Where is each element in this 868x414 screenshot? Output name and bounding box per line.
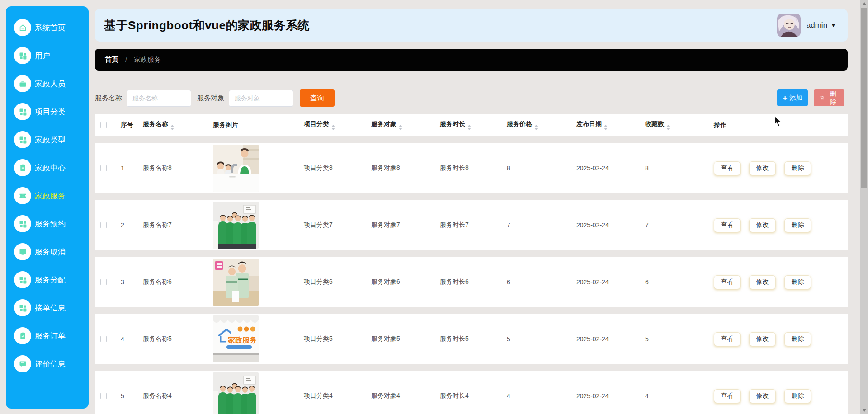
row-index: 1 xyxy=(115,165,137,172)
column-header-date[interactable]: 发布日期 xyxy=(571,120,640,130)
edit-button[interactable]: 修改 xyxy=(749,218,776,232)
row-checkbox[interactable] xyxy=(100,393,107,399)
grid-icon xyxy=(14,271,31,288)
delete-row-button[interactable]: 删除 xyxy=(784,275,811,289)
delete-row-button[interactable]: 删除 xyxy=(784,332,811,346)
caret-down-icon[interactable]: ▼ xyxy=(831,23,836,28)
sidebar: 系统首页 用户 家政人员 项目分类 家政类型 家政中心 家政服务 xyxy=(6,6,89,409)
sort-carets-icon[interactable] xyxy=(666,125,670,130)
sort-carets-icon[interactable] xyxy=(399,125,402,130)
filter-bar: 服务名称 服务对象 查询 xyxy=(95,89,335,107)
service-category: 项目分类8 xyxy=(298,164,366,172)
sidebar-item-service-cancel[interactable]: 服务取消 xyxy=(6,238,89,266)
vertical-scrollbar[interactable] xyxy=(860,0,868,414)
service-duration: 服务时长5 xyxy=(434,335,501,343)
service-target-input[interactable] xyxy=(229,90,293,107)
sidebar-item-service[interactable]: 家政服务 xyxy=(6,182,89,210)
edit-button[interactable]: 修改 xyxy=(749,161,776,175)
service-duration: 服务时长6 xyxy=(434,278,501,286)
sort-carets-icon[interactable] xyxy=(604,125,608,130)
row-checkbox[interactable] xyxy=(100,279,107,285)
sidebar-item-label: 家政中心 xyxy=(35,163,66,173)
service-duration: 服务时长4 xyxy=(434,392,501,400)
sidebar-item-service-assign[interactable]: 服务分配 xyxy=(6,266,89,294)
add-button-label: 添加 xyxy=(789,94,802,102)
header: 基于Springboot和vue的家政服务系统 admin ▼ xyxy=(95,9,848,42)
sidebar-item-order-taking[interactable]: 接单信息 xyxy=(6,294,89,322)
row-checkbox[interactable] xyxy=(100,165,107,171)
select-all-checkbox[interactable] xyxy=(100,122,107,128)
grid-icon xyxy=(14,103,31,120)
sidebar-item-label: 家政类型 xyxy=(35,135,66,145)
sidebar-item-label: 接单信息 xyxy=(35,303,66,313)
column-header-duration[interactable]: 服务时长 xyxy=(434,120,501,130)
scroll-up-arrow-icon[interactable] xyxy=(860,0,868,7)
grid-icon xyxy=(14,131,31,148)
delete-row-button[interactable]: 删除 xyxy=(784,161,811,175)
kitchen-cleaning-photo xyxy=(213,145,259,192)
view-button[interactable]: 查看 xyxy=(714,161,741,175)
grid-icon xyxy=(14,299,31,316)
publish-date: 2025-02-24 xyxy=(571,221,640,229)
message-icon xyxy=(14,355,31,372)
delete-button[interactable]: 删除 xyxy=(814,89,844,106)
delete-row-button[interactable]: 删除 xyxy=(784,389,811,403)
view-button[interactable]: 查看 xyxy=(714,275,741,289)
briefcase-icon xyxy=(14,75,31,92)
row-checkbox[interactable] xyxy=(100,336,107,342)
table-row: 4 服务名称5 家政服务 项目分类5 服务对象5 服务时长5 5 2025-02… xyxy=(95,314,848,364)
edit-button[interactable]: 修改 xyxy=(749,389,776,403)
user-menu[interactable]: admin ▼ xyxy=(777,14,836,37)
sidebar-item-system-home[interactable]: 系统首页 xyxy=(6,14,89,42)
sort-carets-icon[interactable] xyxy=(331,125,335,130)
column-header-target[interactable]: 服务对象 xyxy=(366,120,434,130)
column-header-name[interactable]: 服务名称 xyxy=(137,120,208,130)
sidebar-item-users[interactable]: 用户 xyxy=(6,42,89,70)
avatar[interactable] xyxy=(777,14,801,37)
breadcrumb-current: 家政服务 xyxy=(134,56,161,64)
add-button[interactable]: + 添加 xyxy=(777,89,808,106)
publish-date: 2025-02-24 xyxy=(571,278,640,286)
breadcrumb-home-link[interactable]: 首页 xyxy=(105,56,118,64)
plus-icon: + xyxy=(783,94,788,103)
table-row: 3 服务名称6 项目分类6 服务对象6 服务时长6 6 2025-02-24 6 xyxy=(95,257,848,307)
grid-icon xyxy=(14,47,31,64)
sidebar-item-service-center[interactable]: 家政中心 xyxy=(6,154,89,182)
search-button[interactable]: 查询 xyxy=(300,89,335,107)
sidebar-item-label: 服务分配 xyxy=(35,275,66,285)
view-button[interactable]: 查看 xyxy=(714,332,741,346)
sidebar-item-service-booking[interactable]: 服务预约 xyxy=(6,210,89,238)
service-category: 项目分类4 xyxy=(298,392,366,400)
sort-carets-icon[interactable] xyxy=(170,125,174,130)
sidebar-item-project-category[interactable]: 项目分类 xyxy=(6,98,89,126)
edit-button[interactable]: 修改 xyxy=(749,332,776,346)
clipboard-icon xyxy=(14,159,31,176)
table-row: 1 服务名称8 项目分类8 服务对象8 服务时长8 8 2025-02-24 8 xyxy=(95,143,848,193)
edit-button[interactable]: 修改 xyxy=(749,275,776,289)
grid-icon xyxy=(14,215,31,232)
row-checkbox[interactable] xyxy=(100,222,107,228)
service-category: 项目分类5 xyxy=(298,335,366,343)
delete-row-button[interactable]: 删除 xyxy=(784,218,811,232)
service-target: 服务对象8 xyxy=(366,164,434,172)
sidebar-item-reviews[interactable]: 评价信息 xyxy=(6,350,89,378)
view-button[interactable]: 查看 xyxy=(714,218,741,232)
scrollbar-thumb[interactable] xyxy=(861,8,867,188)
service-price: 5 xyxy=(501,335,571,343)
sidebar-item-service-type[interactable]: 家政类型 xyxy=(6,126,89,154)
service-duration: 服务时长7 xyxy=(434,221,501,229)
view-button[interactable]: 查看 xyxy=(714,389,741,403)
sidebar-item-service-orders[interactable]: 服务订单 xyxy=(6,322,89,350)
sidebar-item-staff[interactable]: 家政人员 xyxy=(6,70,89,98)
service-category: 项目分类6 xyxy=(298,278,366,286)
scroll-down-arrow-icon[interactable] xyxy=(860,407,868,414)
service-name-input[interactable] xyxy=(127,90,191,107)
service-price: 4 xyxy=(501,392,571,400)
publish-date: 2025-02-24 xyxy=(571,392,640,400)
staff-team-photo xyxy=(213,372,259,414)
sort-carets-icon[interactable] xyxy=(534,125,538,130)
column-header-favorites[interactable]: 收藏数 xyxy=(640,120,708,130)
column-header-price[interactable]: 服务价格 xyxy=(501,120,571,130)
sort-carets-icon[interactable] xyxy=(467,125,471,130)
column-header-category[interactable]: 项目分类 xyxy=(298,120,366,130)
